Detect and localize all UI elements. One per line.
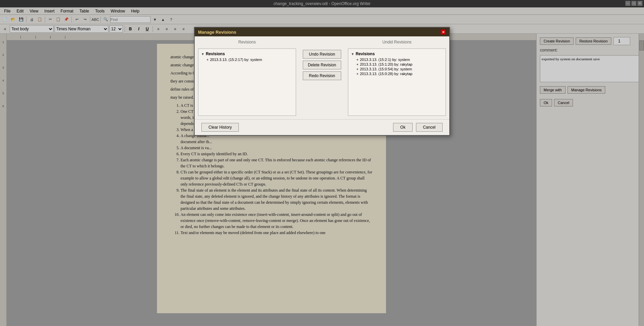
right-revision-item-2: + 2013.3.13. (15:1:20) by: rakytap xyxy=(356,62,443,66)
delete-revision-button[interactable]: Delete Revision xyxy=(303,61,341,69)
right-revisions-panel: ▼ Revisions + 2013.3.13. (15:2:1) by: sy… xyxy=(348,48,446,116)
dialog-title: Manage Revisions xyxy=(198,30,236,35)
collapse-icon-left: ▼ xyxy=(201,52,204,56)
dialog-close-button[interactable]: ✕ xyxy=(441,29,446,35)
redo-revision-button[interactable]: Redo Revision xyxy=(303,71,341,80)
left-revisions-panel: ▼ Revisions + 2013.3.13. (15:2:17) by: s… xyxy=(198,48,296,116)
undo-revision-button[interactable]: Undo Revision xyxy=(303,50,341,59)
dialog-title-bar: Manage Revisions ✕ xyxy=(195,28,449,36)
right-section-label: Revisions xyxy=(356,52,375,56)
right-revision-item-1: + 2013.3.13. (15:2:1) by: system xyxy=(356,58,443,62)
left-revisions-header: ▼ Revisions xyxy=(201,52,293,56)
dialog-action-buttons: Undo Revision Delete Revision Redo Revis… xyxy=(299,40,345,116)
right-revisions-header: ▼ Revisions xyxy=(351,52,443,56)
revision-text: 2013.3.13. (15:2:17) by: system xyxy=(210,58,262,62)
dialog-body: Revisions ▼ Revisions + 2013.3.13. (15:2… xyxy=(195,36,449,119)
dialog-footer: Clear History Ok Cancel xyxy=(195,119,449,135)
expand-icon-r1: + xyxy=(356,58,358,62)
left-revision-item-1: + 2013.3.13. (15:2:17) by: system xyxy=(206,58,293,62)
modal-overlay: Manage Revisions ✕ Revisions ▼ Revisions… xyxy=(0,0,644,326)
revision-text-r2: 2013.3.13. (15:1:20) by: rakytap xyxy=(360,62,412,66)
expand-icon-item: + xyxy=(206,58,208,62)
expand-icon-r4: + xyxy=(356,72,358,76)
revision-text-r3: 2013.3.13. (15:0:54) by: system xyxy=(360,67,412,71)
dialog-ok-button[interactable]: Ok xyxy=(393,123,412,132)
revision-text-r1: 2013.3.13. (15:2:1) by: system xyxy=(360,58,410,62)
expand-icon-r2: + xyxy=(356,62,358,66)
expand-icon-r3: + xyxy=(356,67,358,71)
left-panel-title: Revisions xyxy=(198,40,296,44)
collapse-icon-right: ▼ xyxy=(351,52,354,56)
dialog-cancel-button[interactable]: Cancel xyxy=(416,123,443,132)
clear-history-button[interactable]: Clear History xyxy=(201,123,239,132)
manage-revisions-dialog: Manage Revisions ✕ Revisions ▼ Revisions… xyxy=(194,27,450,136)
right-panel-title: Undid Revisions xyxy=(348,40,446,44)
left-section-label: Revisions xyxy=(206,52,225,56)
right-revision-item-3: + 2013.3.13. (15:0:54) by: system xyxy=(356,67,443,71)
right-revision-item-4: + 2013.3.13. (15:0:28) by: rakytap xyxy=(356,72,443,76)
revision-text-r4: 2013.3.13. (15:0:28) by: rakytap xyxy=(360,72,412,76)
